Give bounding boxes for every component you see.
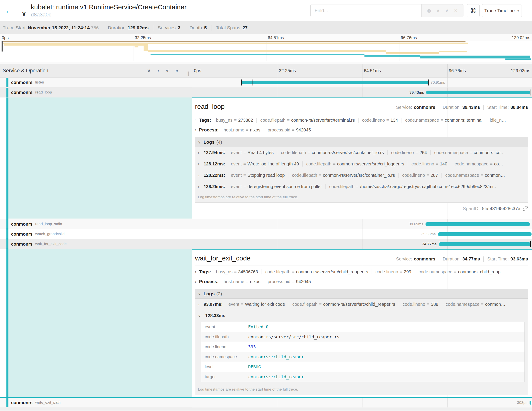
tag-item[interactable]: code.namespace=conmonrs::child_reap… [415, 269, 508, 274]
span-detail-gutter [0, 98, 192, 219]
log-kv-row: code.namespaceconmonrs::child_reaper [201, 352, 525, 362]
span-track[interactable]: 303μs [192, 398, 532, 408]
detail-meta-item: Start Time:93.63ms [480, 256, 528, 262]
log-kv-key: event [201, 322, 245, 332]
tag-item[interactable]: code.lineno=264 [388, 150, 431, 155]
chevron-right-icon: › [198, 173, 199, 178]
tag-value: conmon-rs/server/src/child_reaper.rs [323, 302, 395, 307]
tag-item[interactable]: code.namespace=conmon… [442, 302, 509, 307]
tag-item[interactable]: code.lineno=287 [399, 173, 442, 178]
back-button[interactable]: ← [0, 0, 18, 21]
tag-item[interactable]: host.name=nixos [220, 279, 264, 284]
span-duration-bar[interactable] [426, 222, 530, 226]
tag-item[interactable]: event=Read 4 bytes [228, 150, 277, 155]
tag-item[interactable]: code.filepath=/home/sascha/.cargo/regist… [326, 184, 501, 189]
column-resize-grip[interactable]: ∥ [187, 71, 190, 76]
tag-item[interactable]: code.filepath=conmon-rs/server/src/conta… [277, 150, 388, 155]
tag-item[interactable]: code.filepath=conmon-rs/server/src/termi… [257, 118, 359, 123]
clear-find-icon[interactable]: ✕ [454, 8, 458, 13]
process-label: Process: [199, 127, 219, 133]
equals-sign: = [287, 118, 290, 123]
logs-header[interactable]: ∨ Logs (2) [195, 289, 528, 299]
span-duration-bar[interactable] [530, 401, 531, 405]
tag-item[interactable]: process.pid=942045 [264, 127, 314, 133]
summary-item-value: 129.02ms [128, 25, 149, 30]
span-row[interactable]: conmonrs read_loop_stdin 39.69ms [0, 219, 532, 229]
chevron-down-icon: ∨ [198, 140, 201, 145]
span-track[interactable]: 39.69ms [192, 219, 532, 229]
tag-item[interactable]: code.lineno=299 [372, 269, 415, 274]
tags-row[interactable]: › Tags: busy_ns=34506763code.filepath=co… [195, 267, 528, 277]
minimap-span-segment [4, 44, 145, 46]
prev-match-icon[interactable]: ∧ [436, 8, 440, 13]
span-duration-bar[interactable] [241, 81, 428, 84]
tag-item[interactable]: process.pid=942045 [264, 279, 314, 284]
trace-collapse-toggle-icon[interactable]: ∨ [21, 10, 26, 17]
tags-row[interactable]: › Tags: busy_ns=273882code.filepath=conm… [195, 115, 528, 125]
tag-item[interactable]: host.name=nixos [220, 127, 264, 133]
minimap-span-segment [505, 59, 531, 60]
span-row[interactable]: conmonrs write_exit_path 303μs [0, 398, 532, 408]
tag-item[interactable]: code.filepath=conmon-rs/server/src/child… [262, 269, 372, 274]
tag-item[interactable]: event=Stopping read loop [228, 173, 289, 178]
tag-item[interactable]: code.filepath=conmon-rs/server/src/conta… [288, 173, 399, 178]
tag-item[interactable]: code.lineno=388 [399, 302, 442, 307]
deep-link-icon[interactable] [523, 206, 528, 211]
tag-item[interactable]: code.filepath=conmon-rs/server/src/child… [289, 302, 399, 307]
tag-item[interactable]: code.namespace=conmon… [442, 173, 508, 178]
span-track[interactable]: 34.77ms [192, 239, 532, 249]
tag-item[interactable]: code.namespace=conmonrs::terminal [402, 118, 486, 123]
tag-item[interactable]: code.namespace=conmonrs::co… [431, 150, 508, 155]
logs-box: ∨ Logs (2) ›93.87ms:event=Waiting for ex… [195, 289, 528, 395]
tag-item[interactable]: code.filepath=conmon-rs/server/src/cri_l… [303, 161, 408, 166]
minimap-span-segment [1, 41, 466, 42]
collapse-one-icon[interactable]: ∨ [147, 68, 151, 74]
logs-header[interactable]: ∨ Logs (4) [195, 137, 528, 147]
tag-key: host.name [224, 127, 244, 133]
trace-view-selector[interactable]: Trace Timeline ∨ [482, 4, 522, 17]
process-row[interactable]: › Process: host.name=nixosprocess.pid=94… [195, 277, 528, 286]
log-entry[interactable]: ›128.22ms:event=Stopping read loopcode.f… [195, 170, 528, 181]
tag-item[interactable]: event=deregistering event source from po… [228, 184, 326, 189]
log-entry[interactable]: ∨128.33ms [195, 310, 528, 321]
chevron-right-icon: › [195, 279, 196, 284]
log-entry[interactable]: ›128.12ms:event=Wrote log line of length… [195, 158, 528, 170]
tag-item[interactable]: code.lineno=134 [359, 118, 401, 123]
tag-item[interactable]: idle_n… [486, 118, 510, 123]
tag-item[interactable]: busy_ns=273882 [212, 118, 257, 123]
find-input[interactable] [310, 4, 421, 17]
tag-value: 140 [440, 161, 447, 166]
span-row[interactable]: conmonrs listen 70.91ms [0, 78, 532, 88]
log-entry[interactable]: ›93.87ms:event=Waiting for exit codecode… [195, 299, 528, 310]
span-row[interactable]: conmonrs wait_for_exit_code 34.77ms [0, 239, 532, 249]
tag-item[interactable]: event=Wrote log line of length 49 [228, 161, 303, 166]
span-track[interactable]: 70.91ms [192, 78, 532, 88]
expand-one-icon[interactable]: › [158, 68, 159, 74]
divider [195, 114, 528, 114]
span-track[interactable]: 35.58ms [192, 229, 532, 239]
span-color-bar [6, 229, 9, 239]
log-entry[interactable]: ›127.94ms:event=Read 4 bytescode.filepat… [195, 147, 528, 158]
span-row[interactable]: conmonrs read_loop 39.43ms [0, 88, 532, 98]
tag-item[interactable]: busy_ns=34506763 [212, 269, 262, 274]
expand-all-icon[interactable]: » [175, 68, 178, 74]
tag-item[interactable]: event=Waiting for exit code [225, 302, 289, 307]
equals-sign: = [308, 150, 310, 155]
next-match-icon[interactable]: ∨ [445, 8, 448, 13]
tag-item[interactable]: code.namespace=co… [451, 161, 507, 166]
collapse-all-icon[interactable]: ⩔ [166, 68, 169, 74]
span-duration-bar[interactable] [439, 242, 531, 246]
span-track[interactable]: 39.43ms [192, 88, 532, 98]
span-duration-bar[interactable] [426, 91, 530, 94]
keyboard-shortcuts-button[interactable]: ⌘ [467, 4, 480, 17]
equals-sign: = [234, 269, 237, 274]
logs-count: (4) [216, 139, 222, 145]
log-entry[interactable]: ›128.25ms:event=deregistering event sour… [195, 181, 528, 192]
tag-value: conmon-rs/server/src/cri_logger.rs [337, 161, 404, 166]
span-duration-bar[interactable] [438, 232, 532, 236]
process-row[interactable]: › Process: host.name=nixosprocess.pid=94… [195, 125, 528, 135]
span-row[interactable]: conmonrs watch_grandchild 35.58ms [0, 229, 532, 239]
trace-minimap[interactable] [0, 41, 532, 61]
tag-item[interactable]: code.lineno=140 [408, 161, 451, 166]
focus-match-icon[interactable]: ◎ [427, 8, 431, 13]
